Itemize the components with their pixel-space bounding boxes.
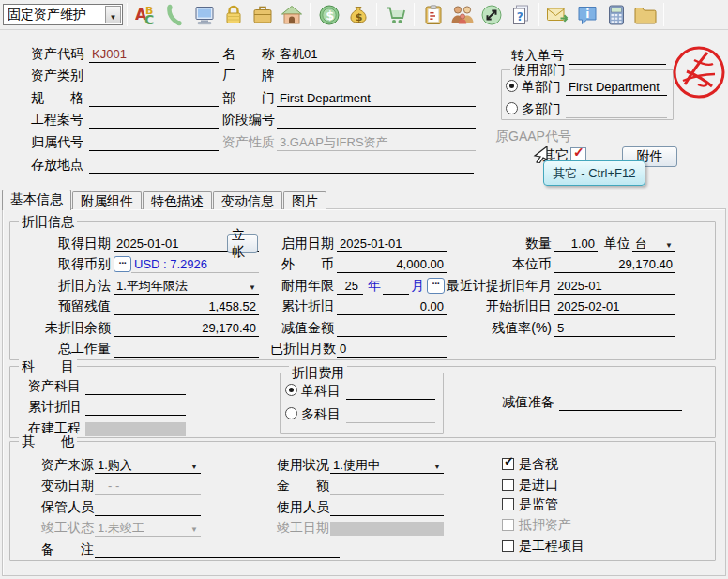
calculator-icon[interactable] [601, 2, 630, 27]
undepreciated-balance-input[interactable]: 29,170.40 [114, 319, 259, 337]
asset-code-input[interactable]: KJ001 [89, 45, 219, 63]
useful-life-months-input[interactable] [383, 277, 409, 295]
brand-input[interactable] [277, 67, 476, 84]
tab-feature-description[interactable]: 特色描述 [143, 191, 212, 209]
currency-browse-button[interactable] [114, 256, 131, 272]
project-item-checkbox[interactable] [502, 540, 514, 552]
tab-change-info[interactable]: 变动信息 [213, 191, 282, 209]
depreciation-start-date-input[interactable]: 2025-02-01 [554, 297, 675, 315]
briefcase-icon[interactable] [248, 2, 277, 27]
useful-life-years-input[interactable]: 25 [337, 277, 363, 295]
transfer-no-input[interactable] [568, 47, 666, 65]
belong-code-input[interactable] [89, 133, 219, 151]
cip-account-input [85, 422, 186, 436]
project-case-input[interactable] [89, 111, 219, 129]
asset-category-input[interactable] [89, 67, 219, 84]
foreign-amount-input[interactable]: 4,000.00 [337, 255, 447, 273]
checkbox-row-project-item: 是工程项目 [502, 535, 652, 556]
spec-input[interactable] [89, 89, 219, 107]
department-label: 部 门 [222, 89, 277, 107]
custodian-input[interactable] [95, 498, 201, 516]
pledged-asset-label: 抵押资产 [519, 516, 571, 534]
multi-department-radio[interactable] [506, 102, 518, 114]
location-input[interactable] [89, 156, 474, 174]
send-mail-icon[interactable] [543, 2, 572, 27]
tax-included-checkbox[interactable] [502, 458, 514, 470]
stage-no-input[interactable] [277, 111, 476, 129]
depreciation-col2: 启用日期2025-01-01 外 币4,000.00 耐用年限25年月 累计折旧… [270, 231, 447, 358]
remark-input[interactable] [95, 541, 340, 558]
name-input[interactable]: 客机01 [277, 45, 476, 63]
department-input[interactable]: First Department [277, 89, 476, 107]
start-use-date-input[interactable]: 2025-01-01 [337, 235, 447, 252]
folder-icon[interactable] [630, 2, 660, 27]
base-currency-input[interactable]: 29,170.40 [554, 255, 675, 273]
user-input[interactable] [330, 498, 444, 516]
accumulated-depreciation-input[interactable]: 0.00 [337, 297, 447, 315]
supervised-checkbox[interactable] [502, 498, 514, 510]
single-account-input[interactable] [346, 382, 435, 400]
asset-source-select[interactable]: 1.购入 [95, 456, 201, 474]
field-impairment-amount: 减值金额 [270, 315, 447, 337]
multi-account-input [346, 405, 435, 423]
transfer-icon[interactable] [477, 2, 506, 27]
clipboard-icon[interactable] [418, 2, 447, 27]
salvage-rate-input[interactable]: 5 [554, 319, 675, 337]
months-depreciated-label: 已折旧月数 [270, 340, 334, 358]
base-currency-label: 本位币 [439, 255, 552, 273]
phone-icon[interactable] [160, 2, 190, 27]
impairment-reserve-input[interactable] [559, 393, 682, 411]
info-icon[interactable]: i [572, 2, 601, 27]
field-months-depreciated: 已折旧月数0 [270, 337, 447, 358]
last-depreciation-ym-input[interactable]: 2025-01 [554, 277, 675, 295]
single-account-radio[interactable] [285, 384, 297, 396]
help-document-icon[interactable]: ? [506, 2, 535, 27]
single-department-input[interactable]: First Department [566, 78, 667, 96]
unit-select[interactable]: 台 [632, 235, 675, 252]
asset-code-label: 资产代码 [31, 45, 89, 63]
money-bag-icon[interactable]: $ [343, 2, 372, 27]
tax-included-label: 是含税 [519, 455, 558, 473]
reserved-salvage-input[interactable]: 1,458.52 [114, 297, 259, 315]
computer-icon[interactable] [190, 2, 219, 27]
usage-status-select[interactable]: 1.使用中 [330, 456, 444, 474]
accum-account-input[interactable] [85, 398, 186, 416]
quantity-input[interactable]: 1.00 [554, 235, 598, 252]
acquire-date-label: 取得日期 [41, 235, 111, 252]
lock-icon[interactable] [219, 2, 248, 27]
users-icon[interactable] [447, 2, 477, 27]
spellcheck-icon[interactable]: ABC [131, 2, 160, 27]
tab-basic-info[interactable]: 基本信息 [2, 190, 71, 210]
field-change-date: 变动日期- - [41, 474, 201, 495]
post-entry-button[interactable]: 立帐 [227, 234, 258, 253]
module-select[interactable]: 固定资产维护 [3, 4, 123, 25]
svg-text:i: i [585, 7, 589, 20]
depreciation-expense-group: 折旧费用 单科目 多科目 [280, 373, 444, 434]
start-use-date-label: 启用日期 [270, 235, 334, 252]
field-usage-status: 使用状况1.使用中 [277, 452, 444, 474]
impairment-amount-input[interactable] [337, 319, 447, 337]
cart-icon[interactable] [381, 2, 410, 27]
imported-checkbox[interactable] [502, 479, 514, 491]
multi-account-radio[interactable] [285, 407, 297, 419]
asset-nature-label: 资产性质 [222, 133, 277, 151]
field-spec: 规 格 [31, 84, 219, 107]
asset-account-input[interactable] [85, 377, 186, 395]
depreciation-method-select[interactable]: 1.平均年限法 [114, 277, 259, 295]
checkbox-row-supervised: 是监管 [502, 495, 652, 515]
field-completion-date: 竣工日期 [277, 516, 444, 538]
field-foreign-amount: 外 币4,000.00 [270, 252, 447, 274]
user-label: 使用人员 [277, 498, 327, 516]
home-icon[interactable] [277, 2, 306, 27]
tab-attached-components[interactable]: 附属组件 [72, 191, 142, 209]
tab-picture[interactable]: 图片 [283, 191, 326, 209]
single-account-row: 单科目 [285, 379, 435, 400]
single-department-radio[interactable] [506, 80, 518, 92]
field-stage-no: 阶段编号 [222, 107, 476, 130]
dollar-coin-icon[interactable]: $ [314, 2, 343, 27]
field-accum-account: 累计折旧 [28, 395, 186, 417]
total-workload-input[interactable] [114, 340, 259, 358]
module-select-arrow-button[interactable] [105, 6, 121, 23]
field-belong-code: 归属代号 [31, 129, 219, 151]
months-depreciated-input[interactable]: 0 [337, 340, 447, 358]
